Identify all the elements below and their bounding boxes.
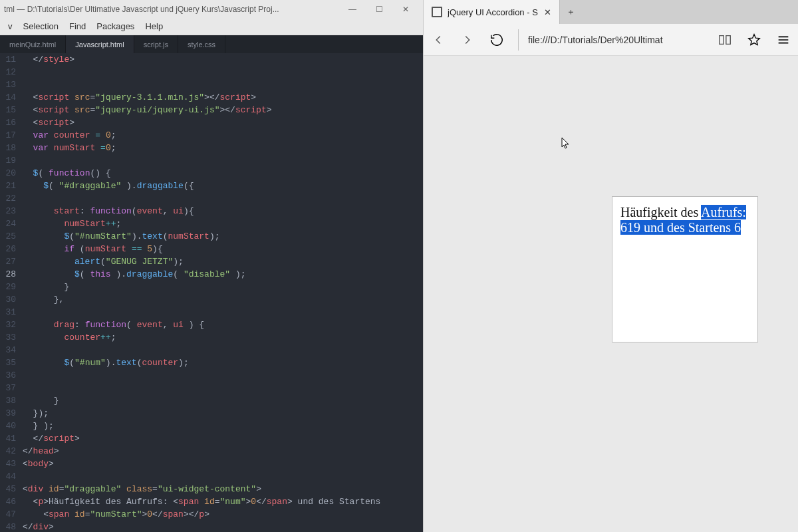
menu-packages[interactable]: Packages [91,21,140,31]
drag-text: Häufigkeit des Aufrufs: 619 und des Star… [620,205,749,235]
code-area[interactable]: 1112131415161718192021222324252627282930… [0,53,423,532]
menu-find[interactable]: Find [64,21,91,31]
new-tab-button[interactable]: ＋ [560,0,583,24]
editor-menubar: v Selection Find Packages Help [0,18,423,35]
forward-icon[interactable] [460,32,475,48]
editor-tab[interactable]: style.css [178,35,225,53]
menu-help[interactable]: Help [140,21,168,31]
more-icon[interactable] [775,32,791,48]
minimize-icon[interactable]: — [339,0,366,18]
browser-toolbar [424,24,798,56]
favorite-icon[interactable] [746,32,762,48]
maximize-icon[interactable]: ☐ [366,0,392,18]
browser-window: jQuery UI Accordion - S ✕ ＋ [423,0,798,532]
editor-title: tml — D:\Tutorials\Der Ultimative Javasc… [4,5,339,14]
page-icon [432,7,442,17]
browser-page[interactable]: Häufigkeit des Aufrufs: 619 und des Star… [424,56,798,532]
browser-tab[interactable]: jQuery UI Accordion - S ✕ [424,0,560,24]
browser-tab-title: jQuery UI Accordion - S [448,7,538,17]
tab-close-icon[interactable]: ✕ [543,7,553,17]
editor-window: tml — D:\Tutorials\Der Ultimative Javasc… [0,0,423,532]
close-icon[interactable]: ✕ [392,0,419,18]
editor-titlebar[interactable]: tml — D:\Tutorials\Der Ultimative Javasc… [0,0,423,18]
refresh-icon[interactable] [489,32,505,48]
mouse-cursor-icon [561,137,569,149]
editor-tab[interactable]: script.js [134,35,178,53]
menu-view[interactable]: v [3,21,18,31]
url-field[interactable] [518,29,704,51]
editor-tabs: meinQuiz.htmlJavascript.htmlscript.jssty… [0,35,423,53]
reading-view-icon[interactable] [717,32,733,48]
editor-tab[interactable]: Javascript.html [66,35,134,53]
draggable-widget[interactable]: Häufigkeit des Aufrufs: 619 und des Star… [612,196,758,342]
browser-tabbar: jQuery UI Accordion - S ✕ ＋ [424,0,798,24]
drag-text-prefix: Häufigkeit des [620,205,701,219]
menu-selection[interactable]: Selection [18,21,64,31]
back-icon[interactable] [430,32,446,48]
editor-tab[interactable]: meinQuiz.html [0,35,66,53]
